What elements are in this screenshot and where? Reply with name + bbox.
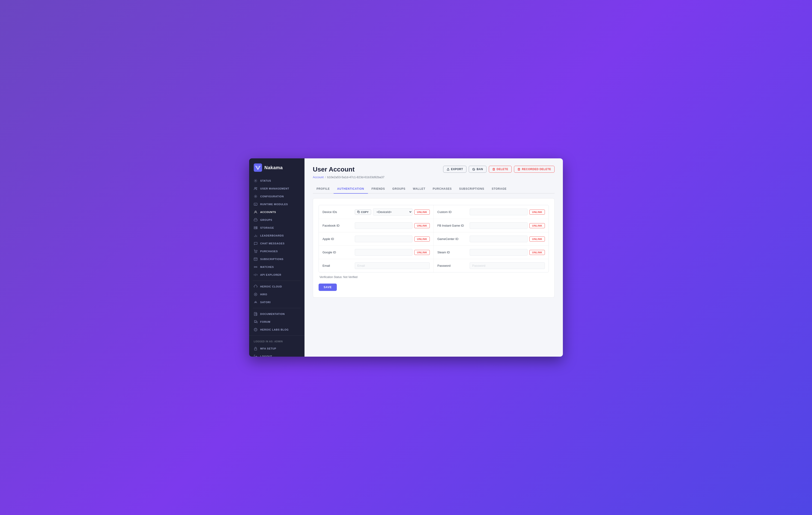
delete-button[interactable]: Delete [489, 166, 512, 173]
sidebar-item-configuration[interactable]: Configuration [249, 192, 304, 200]
fb-instant-cell: FB Instant Game ID Unlink [434, 219, 549, 232]
sidebar-label-documentation: Documentation [260, 312, 285, 315]
ban-button[interactable]: Ban [469, 166, 487, 173]
sidebar-item-matches[interactable]: Matches [249, 263, 304, 271]
device-ids-cell: Device IDs Copy <DeviceId> [319, 205, 434, 219]
sidebar-label-satori: Satori [260, 301, 270, 304]
gamecenter-id-input[interactable] [470, 236, 528, 242]
sidebar-item-satori[interactable]: Satori [249, 298, 304, 306]
sidebar-item-runtime-modules[interactable]: Runtime Modules [249, 200, 304, 208]
facebook-id-unlink-button[interactable]: Unlink [414, 223, 430, 228]
steam-id-unlink-button[interactable]: Unlink [529, 250, 545, 255]
tab-authentication[interactable]: Authentication [334, 184, 368, 194]
tab-purchases[interactable]: Purchases [429, 184, 456, 194]
google-id-label: Google ID [322, 250, 352, 254]
logout-icon [254, 355, 257, 357]
nakama-logo-icon [254, 163, 262, 172]
facebook-id-input[interactable] [355, 222, 412, 229]
sidebar-item-subscriptions[interactable]: Subscriptions [249, 255, 304, 263]
device-ids-unlink-button[interactable]: Unlink [414, 210, 430, 215]
logged-in-label: Logged in as: Admin [249, 338, 304, 345]
sidebar-item-heroic-labs-blog[interactable]: Heroic Labs Blog [249, 326, 304, 334]
email-input[interactable] [355, 262, 430, 269]
ban-icon [472, 168, 475, 171]
custom-id-unlink-button[interactable]: Unlink [529, 210, 545, 215]
apple-id-input[interactable] [355, 236, 412, 242]
delete-icon [492, 168, 495, 171]
sidebar-item-hiro[interactable]: Hiro [249, 291, 304, 298]
google-id-unlink-button[interactable]: Unlink [414, 250, 430, 255]
sidebar-item-logout[interactable]: Logout [249, 353, 304, 357]
email-cell: Email [319, 259, 434, 272]
sidebar-nav: Status User Management Configuration [249, 177, 304, 335]
apple-id-cell: Apple ID Unlink [319, 232, 434, 246]
groups-icon [254, 218, 257, 222]
sidebar-label-user-management: User Management [260, 187, 289, 190]
gamecenter-id-unlink-button[interactable]: Unlink [529, 237, 545, 242]
sidebar-item-status[interactable]: Status [249, 177, 304, 185]
tab-storage[interactable]: Storage [488, 184, 510, 194]
device-ids-label: Device IDs [322, 210, 352, 214]
save-button[interactable]: Save [319, 283, 337, 291]
tab-subscriptions[interactable]: Subscriptions [455, 184, 488, 194]
svg-point-13 [255, 252, 255, 253]
logo: Nakama [249, 158, 304, 177]
app-name: Nakama [264, 165, 283, 170]
breadcrumb-separator: / [325, 176, 326, 179]
email-controls [355, 262, 430, 269]
password-input[interactable] [470, 262, 545, 269]
sidebar-item-forum[interactable]: Forum [249, 318, 304, 326]
custom-id-cell: Custom ID Unlink [434, 205, 549, 219]
device-id-select[interactable]: <DeviceId> [373, 208, 412, 216]
svg-point-17 [256, 267, 257, 268]
sidebar-label-forum: Forum [260, 321, 270, 323]
sidebar-item-storage[interactable]: Storage [249, 224, 304, 232]
recorded-delete-button[interactable]: Recorded Delete [514, 166, 555, 173]
sidebar-item-chat-messages[interactable]: Chat Messages [249, 240, 304, 247]
export-button[interactable]: Export [443, 166, 466, 173]
custom-id-input[interactable] [470, 209, 528, 215]
purchases-icon [254, 249, 257, 253]
tabs: Profile Authentication Friends Groups Wa… [313, 184, 555, 194]
gamecenter-id-controls: Unlink [470, 236, 545, 242]
tab-wallet[interactable]: Wallet [409, 184, 429, 194]
apple-id-unlink-button[interactable]: Unlink [414, 237, 430, 242]
subscriptions-icon [254, 257, 257, 261]
docs-icon [254, 312, 257, 316]
page-title: User Account [313, 166, 443, 173]
sidebar-label-api-explorer: API Explorer [260, 273, 282, 276]
steam-id-input[interactable] [470, 249, 528, 256]
sidebar-item-api-explorer[interactable]: API Explorer [249, 271, 304, 279]
tab-friends[interactable]: Friends [368, 184, 389, 194]
recorded-delete-icon [517, 168, 520, 171]
breadcrumb-account-link[interactable]: Account [313, 176, 324, 179]
fb-instant-input[interactable] [470, 222, 528, 229]
sidebar-item-purchases[interactable]: Purchases [249, 247, 304, 255]
svg-point-11 [257, 227, 257, 227]
chat-icon [254, 242, 257, 245]
sidebar-item-leaderboards[interactable]: Leaderboards [249, 232, 304, 240]
sidebar-item-mfa-setup[interactable]: MFA Setup [249, 345, 304, 353]
sidebar-label-storage: Storage [260, 226, 274, 229]
steam-id-label: Steam ID [437, 250, 467, 254]
svg-rect-8 [254, 219, 257, 221]
export-icon [446, 168, 450, 171]
fb-instant-unlink-button[interactable]: Unlink [529, 223, 545, 228]
sidebar: Nakama Status User Management [249, 158, 304, 357]
tab-profile[interactable]: Profile [313, 184, 334, 194]
tab-groups[interactable]: Groups [389, 184, 409, 194]
password-label: Password [437, 264, 467, 267]
copy-button[interactable]: Copy [355, 209, 371, 215]
sidebar-item-accounts[interactable]: Accounts [249, 208, 304, 216]
header-area: User Account Account / b10e2a53-5a1d-47c… [313, 166, 555, 184]
sidebar-item-heroic-cloud[interactable]: Heroic Cloud [249, 283, 304, 291]
google-id-input[interactable] [355, 249, 412, 256]
sidebar-item-documentation[interactable]: Documentation [249, 310, 304, 318]
sidebar-item-user-management[interactable]: User Management [249, 185, 304, 192]
auth-form-grid: Device IDs Copy <DeviceId> [319, 205, 549, 272]
fb-instant-controls: Unlink [470, 222, 545, 229]
svg-point-14 [256, 252, 257, 253]
satori-icon [254, 300, 257, 304]
sidebar-item-groups[interactable]: Groups [249, 216, 304, 224]
svg-point-16 [254, 267, 255, 268]
